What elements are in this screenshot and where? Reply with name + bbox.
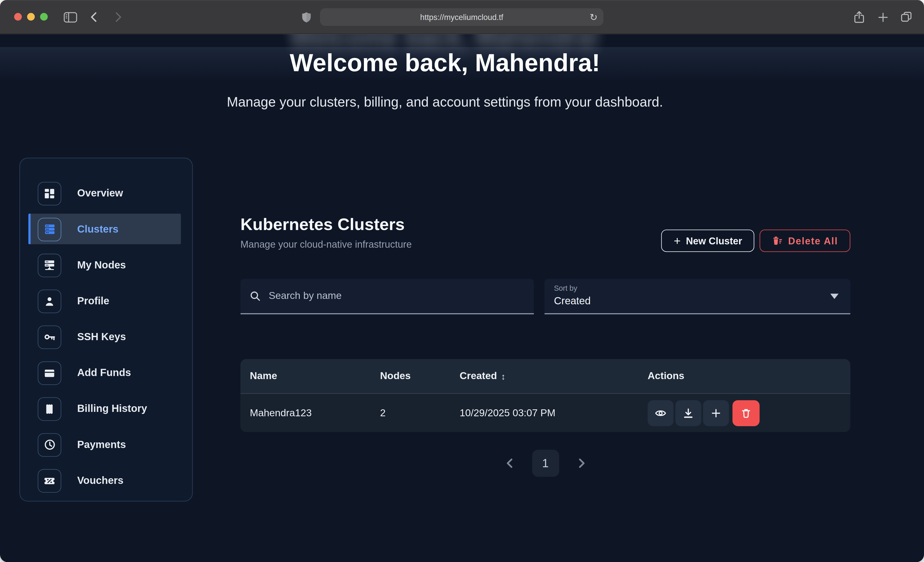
delete-all-label: Delete All — [788, 235, 838, 247]
new-cluster-button[interactable]: + New Cluster — [662, 230, 754, 252]
table-header-row: Name Nodes Created↕ Actions — [240, 359, 850, 394]
sidebar-item-profile[interactable]: Profile — [20, 283, 192, 319]
new-cluster-label: New Cluster — [686, 235, 742, 247]
browser-toolbar: https://myceliumcloud.tf ↻ — [0, 0, 924, 34]
delete-all-button[interactable]: Delete All — [760, 230, 850, 252]
chevron-left-icon — [505, 458, 513, 468]
plus-icon — [878, 12, 888, 22]
trash-sweep-icon — [772, 236, 783, 245]
forward-button[interactable] — [112, 0, 125, 34]
sidebar-item-my-nodes[interactable]: My Nodes — [20, 247, 192, 283]
sort-value: Created — [554, 295, 850, 307]
column-header-name: Name — [250, 370, 380, 382]
add-node-button[interactable] — [703, 400, 729, 426]
cluster-name-cell: Mahendra123 — [250, 407, 380, 419]
sidebar-toggle-button[interactable] — [61, 0, 79, 34]
browser-window: https://myceliumcloud.tf ↻ Welcome back,… — [0, 0, 924, 562]
privacy-shield-button[interactable] — [299, 0, 314, 34]
page-subtitle: Manage your clusters, billing, and accou… — [0, 76, 890, 110]
sort-label: Sort by — [554, 284, 850, 293]
sidebar-item-ssh-keys[interactable]: SSH Keys — [20, 319, 192, 355]
node-icon — [38, 253, 61, 277]
delete-cluster-button[interactable] — [732, 400, 760, 426]
sort-dropdown[interactable]: Sort by Created — [544, 279, 850, 314]
new-tab-button[interactable] — [876, 0, 890, 34]
search-icon — [250, 291, 260, 301]
sidebar-item-label: Billing History — [77, 403, 147, 415]
section-subtitle: Manage your cloud-native infrastructure — [240, 239, 412, 251]
reload-button[interactable]: ↻ — [590, 8, 597, 26]
close-window-button[interactable] — [14, 13, 22, 21]
chevron-down-icon — [830, 294, 838, 299]
previous-page-button[interactable] — [505, 458, 513, 468]
view-cluster-button[interactable] — [648, 400, 674, 426]
sidebar-item-label: Add Funds — [77, 367, 131, 379]
sidebar-toggle-icon — [63, 12, 77, 23]
trash-icon — [740, 407, 752, 419]
sidebar-item-label: SSH Keys — [77, 331, 126, 343]
servers-icon — [38, 217, 61, 241]
key-icon — [38, 325, 61, 349]
section-title: Kubernetes Clusters — [240, 215, 412, 234]
page-title: Welcome back, Mahendra! — [0, 34, 890, 76]
clock-icon — [38, 433, 61, 456]
sort-arrows-icon: ↕ — [501, 371, 506, 381]
receipt-icon — [38, 397, 61, 421]
sidebar-item-label: My Nodes — [77, 259, 126, 271]
tabs-icon — [900, 11, 912, 23]
shield-icon — [302, 12, 311, 23]
next-page-button[interactable] — [578, 458, 585, 468]
url-text: https://myceliumcloud.tf — [420, 13, 503, 21]
chevron-right-icon — [578, 458, 585, 468]
reload-icon: ↻ — [590, 12, 597, 23]
search-input[interactable] — [267, 290, 503, 303]
user-icon — [38, 289, 61, 313]
dashboard-icon — [38, 182, 61, 205]
address-bar[interactable]: https://myceliumcloud.tf ↻ — [320, 8, 603, 26]
sidebar-item-billing-history[interactable]: Billing History — [20, 391, 192, 427]
sidebar-item-label: Profile — [77, 295, 109, 307]
hero-glow — [0, 47, 924, 81]
cluster-nodes-cell: 2 — [380, 407, 460, 419]
plus-icon: + — [674, 235, 681, 247]
search-field[interactable] — [240, 279, 534, 314]
download-icon — [682, 407, 694, 419]
back-icon — [90, 12, 98, 22]
column-header-actions: Actions — [648, 370, 850, 382]
column-header-nodes: Nodes — [380, 370, 460, 382]
window-controls — [14, 13, 48, 21]
page-number[interactable]: 1 — [532, 450, 559, 477]
hero-title-glow: Welcome back, Mahendra! — [0, 34, 890, 55]
ticket-icon — [38, 469, 61, 492]
clusters-section: Kubernetes Clusters Manage your cloud-na… — [240, 215, 850, 477]
pagination: 1 — [240, 450, 850, 477]
sidebar-item-label: Overview — [77, 187, 123, 200]
wallet-icon — [38, 361, 61, 385]
sidebar-item-vouchers[interactable]: Vouchers — [20, 463, 192, 498]
dashboard-page: Welcome back, Mahendra! Welcome back, Ma… — [0, 34, 924, 562]
share-button[interactable] — [852, 0, 866, 34]
minimize-window-button[interactable] — [27, 13, 35, 21]
sidebar-item-label: Vouchers — [77, 474, 123, 487]
sidebar-item-payments[interactable]: Payments — [20, 427, 192, 463]
sidebar-item-clusters[interactable]: Clusters — [20, 211, 192, 247]
plus-icon — [710, 407, 722, 419]
row-actions — [648, 400, 850, 426]
sidebar: Overview Clusters My Nodes Profile — [20, 158, 193, 502]
clusters-table: Name Nodes Created↕ Actions Mahendra123 … — [240, 359, 850, 432]
sidebar-item-label: Clusters — [77, 223, 118, 235]
table-row: Mahendra123 2 10/29/2025 03:07 PM — [240, 394, 850, 432]
eye-icon — [655, 407, 666, 419]
column-header-created[interactable]: Created↕ — [460, 370, 648, 382]
download-kubeconfig-button[interactable] — [675, 400, 701, 426]
zoom-window-button[interactable] — [40, 13, 48, 21]
sidebar-item-overview[interactable]: Overview — [20, 175, 192, 211]
sidebar-item-label: Payments — [77, 438, 126, 451]
cluster-created-cell: 10/29/2025 03:07 PM — [460, 407, 648, 419]
back-button[interactable] — [87, 0, 100, 34]
tab-overview-button[interactable] — [898, 0, 914, 34]
hero-section: Welcome back, Mahendra! Welcome back, Ma… — [0, 34, 890, 110]
share-icon — [854, 10, 864, 24]
sidebar-item-add-funds[interactable]: Add Funds — [20, 355, 192, 391]
forward-icon — [115, 12, 122, 22]
